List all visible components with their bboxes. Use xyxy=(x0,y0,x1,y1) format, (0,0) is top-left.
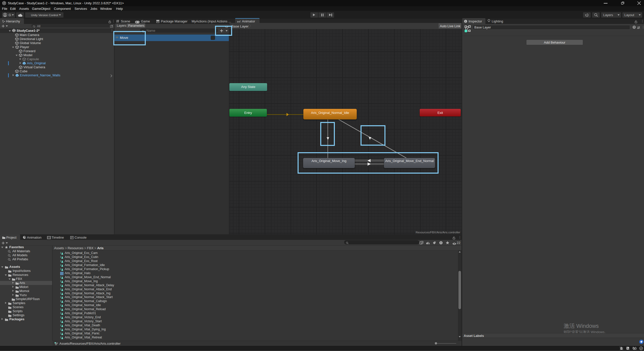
svg-text:?: ? xyxy=(633,26,635,28)
